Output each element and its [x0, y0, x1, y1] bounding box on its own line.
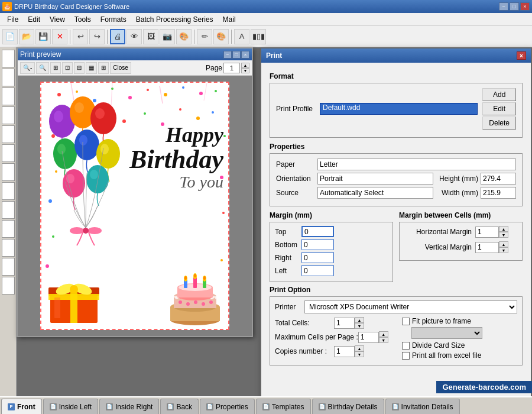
tab-templates[interactable]: 📄 Templates	[256, 399, 311, 414]
print-btn[interactable]: 🖨	[110, 29, 125, 44]
horiz-down-btn[interactable]: ▼	[499, 232, 508, 238]
bottom-input[interactable]	[301, 239, 334, 250]
svg-point-42	[53, 138, 77, 169]
close-btn[interactable]: ×	[520, 2, 530, 11]
menu-view[interactable]: View	[45, 14, 70, 25]
thumb-8[interactable]	[2, 182, 15, 200]
printer-select[interactable]: Microsoft XPS Document Writer	[304, 300, 517, 313]
thumb-3[interactable]	[2, 88, 15, 105]
view-btn1[interactable]: ⊡	[62, 62, 73, 74]
delete-btn[interactable]: ✕	[52, 29, 67, 44]
mc-up-btn[interactable]: ▲	[379, 331, 388, 337]
top-input[interactable]	[301, 226, 334, 237]
total-cells-input[interactable]	[334, 318, 355, 329]
fit-dropdown[interactable]	[411, 327, 482, 339]
text-btn[interactable]: A	[234, 29, 249, 44]
thumb-6[interactable]	[2, 144, 15, 162]
preview-btn[interactable]: 👁	[126, 29, 142, 44]
thumb-13[interactable]	[2, 277, 15, 295]
thumb-1[interactable]	[2, 50, 15, 67]
tab-invitation-details[interactable]: 📄 Invitation Details	[385, 399, 460, 414]
maximize-btn[interactable]: □	[510, 2, 519, 11]
tab-birthday-details[interactable]: 📄 Birthday Details	[312, 399, 384, 414]
view-btn3[interactable]: ▦	[86, 62, 97, 74]
menu-file[interactable]: File	[2, 14, 23, 25]
dialog-close-btn[interactable]: ×	[517, 51, 526, 60]
menu-formats[interactable]: Formats	[96, 14, 131, 25]
print-all-checkbox[interactable]	[402, 352, 410, 360]
zoom-out-btn[interactable]: 🔍-	[20, 62, 35, 74]
height-input[interactable]: 279.4	[481, 173, 516, 185]
page-input[interactable]	[223, 63, 240, 73]
right-input[interactable]	[301, 252, 334, 263]
thumb-7[interactable]	[2, 163, 15, 181]
svg-point-20	[223, 135, 226, 137]
thumb-11[interactable]	[2, 239, 15, 257]
thumb-2[interactable]	[2, 69, 15, 86]
max-cells-input[interactable]	[358, 332, 379, 343]
horiz-margin-input[interactable]	[475, 227, 499, 238]
fit-btn[interactable]: ⊞	[50, 62, 61, 74]
zoom-in-btn[interactable]: 🔍	[36, 62, 49, 74]
color-btn[interactable]: 🎨	[213, 29, 229, 44]
print-profile-input[interactable]: Default.wdd	[320, 103, 478, 115]
width-input[interactable]: 215.9	[481, 187, 516, 199]
tc-down-btn[interactable]: ▼	[355, 323, 364, 329]
preview-close-btn[interactable]: ×	[241, 51, 249, 59]
view-btn2[interactable]: ⊟	[74, 62, 85, 74]
tab-inside-right[interactable]: 📄 Inside Right	[99, 399, 159, 414]
view-btn4[interactable]: ⊞	[98, 62, 109, 74]
vert-up-btn[interactable]: ▲	[499, 241, 508, 247]
redo-btn[interactable]: ↪	[89, 29, 105, 44]
divide-card-checkbox[interactable]	[402, 342, 410, 350]
page-up-btn[interactable]: ▲	[241, 63, 249, 68]
pencil-btn[interactable]: ✏	[197, 29, 212, 44]
photo2-btn[interactable]: 📷	[160, 29, 175, 44]
add-profile-btn[interactable]: Add	[482, 88, 516, 101]
tab-back[interactable]: 📄 Back	[160, 399, 199, 414]
copies-input[interactable]	[334, 346, 355, 357]
barcode-btn[interactable]: ▮▯▮	[251, 29, 266, 44]
page-down-btn[interactable]: ▼	[241, 68, 249, 73]
preview-restore-btn[interactable]: □	[232, 51, 241, 59]
svg-point-8	[199, 92, 203, 95]
undo-btn[interactable]: ↩	[73, 29, 88, 44]
thumb-5[interactable]	[2, 125, 15, 143]
dropdown-row	[402, 327, 517, 339]
mc-down-btn[interactable]: ▼	[379, 337, 388, 343]
orientation-value[interactable]: Portrait	[317, 173, 433, 185]
tab-front[interactable]: F Front	[1, 399, 42, 414]
cop-up-btn[interactable]: ▲	[355, 345, 364, 351]
edit-profile-btn[interactable]: Edit	[482, 102, 516, 115]
cop-down-btn[interactable]: ▼	[355, 351, 364, 357]
fit-picture-checkbox[interactable]	[402, 318, 410, 325]
vert-down-btn[interactable]: ▼	[499, 247, 508, 253]
menu-edit[interactable]: Edit	[23, 14, 45, 25]
menu-tools[interactable]: Tools	[70, 14, 96, 25]
menu-mail[interactable]: Mail	[218, 14, 241, 25]
tab-inside-left[interactable]: 📄 Inside Left	[43, 399, 98, 414]
open-btn[interactable]: 📂	[19, 29, 34, 44]
tc-up-btn[interactable]: ▲	[355, 317, 364, 323]
menu-batch[interactable]: Batch Processing Series	[131, 14, 218, 25]
close-preview-btn[interactable]: Close	[110, 62, 131, 74]
thumb-12[interactable]	[2, 258, 15, 276]
preview-minimize-btn[interactable]: −	[223, 51, 232, 59]
save-btn[interactable]: 💾	[35, 29, 51, 44]
thumb-9[interactable]	[2, 201, 15, 219]
photo-btn[interactable]: 🖼	[143, 29, 158, 44]
delete-profile-btn[interactable]: Delete	[482, 117, 516, 130]
page-spinner: ▲ ▼	[241, 63, 249, 73]
new-btn[interactable]: 📄	[2, 29, 18, 44]
vert-margin-input[interactable]	[475, 242, 499, 253]
paint-btn[interactable]: 🎨	[176, 29, 192, 44]
thumb-10[interactable]	[2, 220, 15, 238]
tab-properties[interactable]: 📄 Properties	[200, 399, 255, 414]
minimize-btn[interactable]: −	[499, 2, 508, 11]
source-value[interactable]: Automatically Select	[317, 187, 433, 199]
thumb-4[interactable]	[2, 106, 15, 124]
invitation-details-icon: 📄	[392, 403, 399, 410]
left-input[interactable]	[301, 265, 334, 276]
horiz-up-btn[interactable]: ▲	[499, 226, 508, 232]
paper-value[interactable]: Letter	[317, 159, 516, 170]
